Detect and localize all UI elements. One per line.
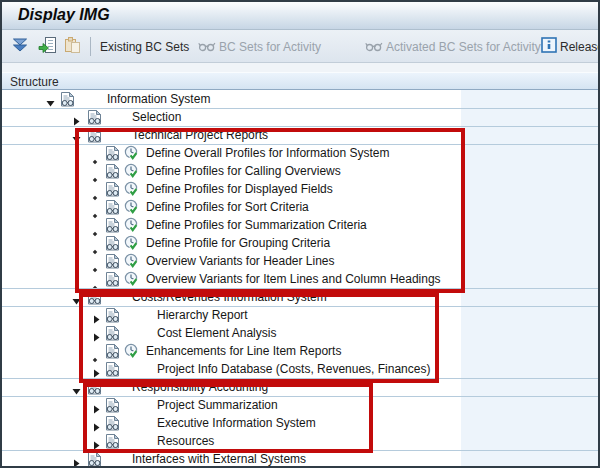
tree-row[interactable]: Information System [2,90,598,108]
tree-row-separator [2,126,598,127]
tree-row[interactable]: Define Profiles for Displayed Fields [2,180,598,198]
title-bar: Display IMG [2,2,598,30]
tree-item-label[interactable]: Responsibility Accounting [132,380,268,394]
tree-row[interactable]: Selection [2,108,598,126]
tree-item-label[interactable]: Project Info Database (Costs, Revenues, … [157,362,430,376]
tree-row[interactable]: Define Profiles for Calling Overviews [2,162,598,180]
tree-item-label[interactable]: Interfaces with External Systems [132,452,306,466]
tree-item-label[interactable]: Define Profiles for Calling Overviews [146,164,341,178]
tree-row[interactable]: Responsibility Accounting [2,378,598,396]
release-label: Release [560,40,600,54]
expand-all-button[interactable] [11,37,30,57]
tree-row[interactable]: Enhancements for Line Item Reports [2,342,598,360]
choose-icon [38,36,57,58]
tree-item-label[interactable]: Technical Project Reports [132,128,268,142]
tree-item-label[interactable]: Resources [157,434,214,448]
tree-row[interactable]: Hierarchy Report [2,306,598,324]
expand-all-icon [11,37,30,58]
tree-row[interactable]: Interfaces with External Systems [2,450,598,468]
tree-row[interactable]: Define Overall Profiles for Information … [2,144,598,162]
application-toolbar: Existing BC Sets BC Sets for Activity [2,30,598,63]
tree-row-separator [2,306,598,307]
tree-item-label[interactable]: Selection [132,110,181,124]
structure-header-label: Structure [10,75,59,89]
tree-item-label[interactable]: Enhancements for Line Item Reports [146,344,341,358]
glasses-icon [365,38,383,56]
tree-row[interactable]: Define Profiles for Summarization Criter… [2,216,598,234]
tree-item-label[interactable]: Define Profiles for Displayed Fields [146,182,333,196]
toolbar-gap [2,63,598,72]
paste-icon [63,36,82,58]
tree-row-separator [2,108,598,109]
tree-item-label[interactable]: Cost Element Analysis [157,326,276,340]
page-title: Display IMG [18,6,110,24]
tree-row[interactable]: Technical Project Reports [2,126,598,144]
tree-item-label[interactable]: Project Summarization [157,398,278,412]
expand-node-icon[interactable] [72,454,81,468]
activated-bc-sets-button[interactable]: Activated BC Sets for Activity [365,37,541,57]
tree-row-separator [2,396,598,397]
tree-row[interactable]: Define Profile for Grouping Criteria [2,234,598,252]
release-notes-button[interactable]: Release [541,37,600,57]
tree-row[interactable]: Project Info Database (Costs, Revenues, … [2,360,598,378]
tree-row[interactable]: Overview Variants for Header Lines [2,252,598,270]
paste-button[interactable] [63,37,82,57]
tree-item-label[interactable]: Hierarchy Report [157,308,248,322]
tree-item-label[interactable]: Define Profile for Grouping Criteria [146,236,330,250]
glasses-icon [198,38,216,56]
tree-row[interactable]: Executive Information System [2,414,598,432]
tree-row[interactable]: Resources [2,432,598,450]
tree-row[interactable]: Define Profiles for Sort Criteria [2,198,598,216]
existing-bc-sets-label: Existing BC Sets [100,40,189,54]
tree-row-separator [2,144,598,145]
sap-img-window: Display IMG [0,0,600,468]
tree-row-separator [2,450,598,451]
bc-sets-for-activity-button[interactable]: BC Sets for Activity [198,37,321,57]
tree-row[interactable]: Overview Variants for Item Lines and Col… [2,270,598,288]
tree-row[interactable]: Project Summarization [2,396,598,414]
tree-item-label[interactable]: Define Profiles for Sort Criteria [146,200,309,214]
structure-column-header: Structure [2,72,598,90]
bc-sets-for-activity-label: BC Sets for Activity [219,40,321,54]
tree-item-label[interactable]: Information System [107,92,210,106]
tree-item-label[interactable]: Costs/Revenues Information System [132,290,327,304]
img-node-documentation-icon[interactable] [87,451,102,468]
tree-row-separator [2,288,598,289]
tree-item-label[interactable]: Define Profiles for Summarization Criter… [146,218,367,232]
tree-row[interactable]: Costs/Revenues Information System [2,288,598,306]
tree-item-label[interactable]: Overview Variants for Header Lines [146,254,335,268]
existing-bc-sets-button[interactable]: Existing BC Sets [100,37,189,57]
activated-bc-sets-label: Activated BC Sets for Activity [386,40,541,54]
toolbar-separator [90,37,91,56]
img-structure-tree: Information SystemSelectionTechnical Pro… [2,90,598,466]
tree-item-label[interactable]: Executive Information System [157,416,316,430]
position-button[interactable] [38,37,57,57]
tree-item-label[interactable]: Overview Variants for Item Lines and Col… [146,272,441,286]
tree-item-label[interactable]: Define Overall Profiles for Information … [146,146,389,160]
info-icon [541,37,557,57]
tree-row[interactable]: Cost Element Analysis [2,324,598,342]
tree-row-separator [2,378,598,379]
